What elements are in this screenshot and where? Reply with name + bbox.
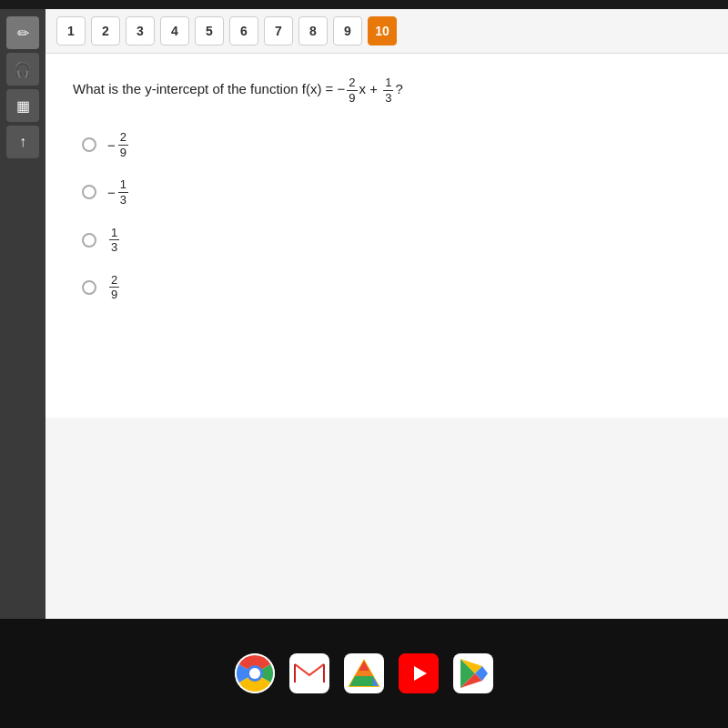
const-numerator: 1 <box>383 76 393 91</box>
taskbar <box>0 619 728 728</box>
coeff-numerator: 2 <box>347 76 357 91</box>
choice-a: − 2 9 <box>82 130 701 159</box>
choice-c-label: 1 3 <box>107 226 121 255</box>
question-btn-4[interactable]: 4 <box>160 16 189 46</box>
choice-d-label: 2 9 <box>107 273 121 302</box>
choice-b-label: − 1 3 <box>107 177 130 207</box>
radio-c[interactable] <box>82 233 96 248</box>
svg-marker-12 <box>355 661 373 676</box>
play-store-icon[interactable] <box>453 653 493 693</box>
question-btn-1[interactable]: 1 <box>56 16 86 46</box>
svg-point-2 <box>249 668 260 679</box>
question-text: What is the y-intercept of the function … <box>73 76 701 105</box>
question-btn-5[interactable]: 5 <box>195 16 224 46</box>
question-btn-2[interactable]: 2 <box>91 16 120 46</box>
headphones-icon[interactable]: 🎧 <box>6 53 39 86</box>
chrome-icon[interactable] <box>235 653 275 693</box>
pencil-icon[interactable]: ✏ <box>6 16 39 49</box>
question-btn-7[interactable]: 7 <box>264 16 293 46</box>
arrow-up-icon[interactable]: ↑ <box>6 126 39 158</box>
drive-svg <box>348 659 380 688</box>
coeff-denominator: 9 <box>347 91 357 106</box>
youtube-icon[interactable] <box>399 653 439 693</box>
coefficient-fraction: 29 <box>347 76 357 105</box>
chrome-svg <box>235 653 275 693</box>
choice-a-fraction: 2 9 <box>118 130 128 159</box>
radio-a[interactable] <box>82 137 96 152</box>
radio-d[interactable] <box>82 280 96 295</box>
youtube-svg <box>399 653 439 693</box>
choice-a-label: − 2 9 <box>107 130 130 159</box>
question-btn-9[interactable]: 9 <box>333 16 362 46</box>
drive-icon[interactable] <box>344 653 384 693</box>
gmail-svg <box>293 661 326 686</box>
question-btn-8[interactable]: 8 <box>298 16 328 46</box>
choice-c-fraction: 1 3 <box>109 226 119 255</box>
radio-b[interactable] <box>82 185 96 199</box>
calculator-icon[interactable]: ▦ <box>6 89 39 122</box>
choice-d-fraction: 2 9 <box>109 273 119 302</box>
choice-b-fraction: 1 3 <box>118 177 128 207</box>
choice-d: 2 9 <box>82 273 701 302</box>
const-denominator: 3 <box>383 91 393 106</box>
question-area: What is the y-intercept of the function … <box>46 54 728 418</box>
number-bar: 1 2 3 4 5 6 7 8 9 10 <box>46 9 728 54</box>
choice-c: 1 3 <box>82 226 701 255</box>
constant-fraction: 13 <box>383 76 393 105</box>
choice-b: − 1 3 <box>82 177 701 207</box>
gmail-icon[interactable] <box>289 653 329 693</box>
svg-rect-10 <box>355 676 373 686</box>
question-btn-3[interactable]: 3 <box>126 16 155 46</box>
choices-list: − 2 9 − 1 3 <box>73 130 701 302</box>
question-btn-6[interactable]: 6 <box>229 16 258 46</box>
playstore-svg <box>457 657 490 690</box>
question-btn-10[interactable]: 10 <box>368 16 397 46</box>
